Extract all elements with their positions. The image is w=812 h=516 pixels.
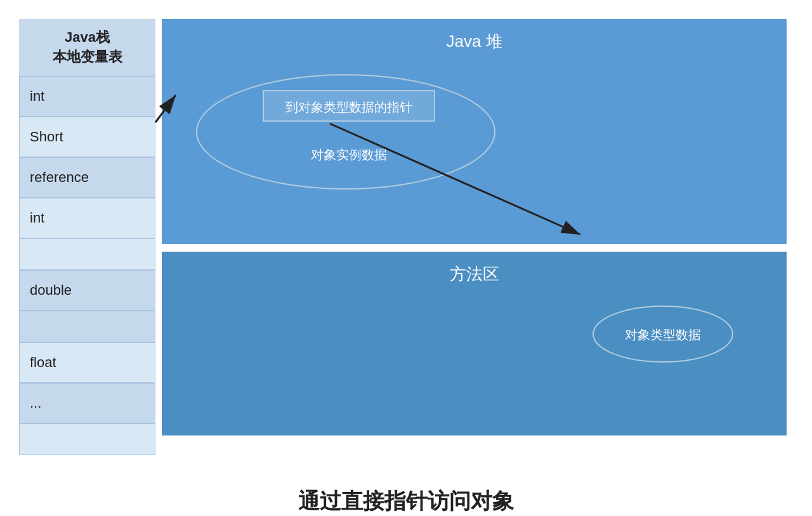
type-oval-svg: 对象类型数据 (590, 302, 736, 366)
sidebar-item-empty1 (19, 238, 155, 270)
method-title: 方法区 (181, 263, 768, 285)
sidebar-header: Java栈本地变量表 (19, 19, 155, 76)
sidebar-item-dots: ... (19, 383, 155, 423)
sidebar-item-short: Short (19, 117, 155, 157)
sidebar-item-bottom (19, 423, 155, 455)
sidebar-item-reference: reference (19, 157, 155, 198)
svg-line-4 (155, 95, 176, 122)
sidebar-item-empty2 (19, 311, 155, 342)
sidebar-item-float: float (19, 342, 155, 383)
instance-label: 对象实例数据 (311, 148, 387, 162)
method-section: 方法区 对象类型数据 (162, 252, 787, 435)
heap-section: Java 堆 到对象类型数据的指针 对象实例数据 (162, 19, 787, 244)
sidebar-item-double: double (19, 270, 155, 311)
bottom-title: 通过直接指针访问对象 (298, 487, 514, 516)
sidebar-item-int1: int (19, 76, 155, 117)
pointer-box-text: 到对象类型数据的指针 (285, 100, 412, 114)
heap-title: Java 堆 (181, 30, 768, 53)
heap-oval-svg: 到对象类型数据的指针 对象实例数据 (181, 65, 768, 192)
main-content: Java栈本地变量表 int Short reference int doubl… (0, 0, 812, 468)
sidebar-item-int2: int (19, 198, 155, 238)
type-oval-wrapper: 对象类型数据 (590, 302, 736, 366)
sidebar: Java栈本地变量表 int Short reference int doubl… (19, 19, 155, 455)
section-gap (162, 244, 787, 248)
right-area: Java 堆 到对象类型数据的指针 对象实例数据 (162, 19, 787, 455)
type-data-label: 对象类型数据 (625, 328, 701, 342)
